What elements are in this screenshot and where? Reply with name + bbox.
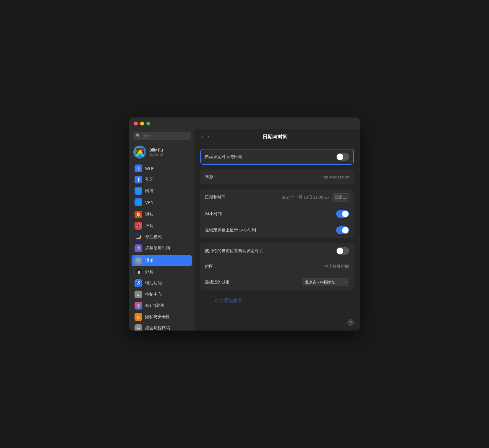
- nearest-city-dropdown-wrapper: 北京市 - 中国大陆 上海市 - 中国大陆 广州市 - 中国大陆 ▾: [302, 278, 349, 286]
- sidebar-item-label: VPN: [145, 200, 153, 204]
- settings-row-24h-lock: 在锁定屏幕上显示 24小时制: [200, 222, 354, 238]
- siri-icon: 🎙: [135, 302, 142, 310]
- user-info: Billy Fu Apple ID: [149, 148, 163, 157]
- sidebar-section-alerts: 🔔 通知 🔊 声音 🌙 专注模式 ⏱ 屏幕使用时间: [129, 209, 194, 254]
- sidebar-item-label: 蓝牙: [145, 177, 153, 182]
- auto-set-toggle[interactable]: [336, 153, 349, 161]
- accessibility-icon: ♿: [135, 279, 142, 287]
- auto-timezone-label: 使用你的当前位置自动设定时区: [205, 248, 263, 254]
- maximize-button[interactable]: [146, 122, 150, 125]
- panel-header: ‹ › 日期与时间: [194, 129, 360, 144]
- user-name: Billy Fu: [149, 148, 163, 152]
- settings-group-timezone: 使用你的当前位置自动设定时区 时区 中国标准时间 最接近的城市 北京市: [200, 243, 354, 290]
- sidebar-item-screen-time[interactable]: ⏱ 屏幕使用时间: [132, 243, 192, 254]
- timezone-value: 中国标准时间: [324, 264, 349, 269]
- timezone-label: 时区: [205, 264, 213, 269]
- 24h-lock-toggle[interactable]: [336, 226, 349, 234]
- settings-row-nearest-city: 最接近的城市 北京市 - 中国大陆 上海市 - 中国大陆 广州市 - 中国大陆 …: [200, 274, 354, 290]
- sidebar-item-privacy[interactable]: ✋ 隐私与安全性: [132, 311, 192, 323]
- source-value: ntp.sysgeek.cn: [323, 175, 349, 179]
- screen-time-icon: ⏱: [135, 244, 142, 252]
- vpn-icon: 🌐: [135, 198, 142, 206]
- sidebar-section-network: Wi-Fi 蓝牙 🌐 网络: [129, 163, 194, 208]
- sidebar-item-label: 专注模式: [145, 234, 162, 240]
- sidebar-item-bluetooth[interactable]: 蓝牙: [132, 174, 192, 185]
- sidebar-item-label: 声音: [145, 223, 153, 228]
- search-input[interactable]: [142, 133, 188, 138]
- settings-row-source: 来源 ntp.sysgeek.cn: [200, 170, 354, 184]
- help-button[interactable]: ?: [347, 319, 354, 326]
- 24h-label: 24小时制: [205, 211, 222, 217]
- sidebar-item-label: Siri 与聚焦: [145, 303, 164, 308]
- close-button[interactable]: [134, 122, 138, 125]
- sidebar-item-control-center[interactable]: ≡ 控制中心: [132, 289, 192, 300]
- minimize-button[interactable]: [140, 122, 144, 125]
- sidebar-item-label: 通用: [145, 258, 153, 263]
- sidebar-item-label: 通知: [145, 212, 153, 217]
- avatar-emoji: 🧑‍💻: [135, 148, 145, 157]
- privacy-icon: ✋: [135, 313, 142, 321]
- user-profile[interactable]: 🧑‍💻 Billy Fu Apple ID: [129, 143, 194, 163]
- control-center-icon: ≡: [135, 291, 142, 298]
- auto-timezone-toggle[interactable]: [336, 247, 349, 255]
- toggle-thumb: [337, 248, 343, 254]
- wifi-icon: [135, 165, 142, 172]
- sidebar-item-label: Wi-Fi: [145, 166, 154, 171]
- settings-group-source: 来源 ntp.sysgeek.cn: [200, 170, 354, 184]
- sidebar-item-focus[interactable]: 🌙 专注模式: [132, 231, 192, 243]
- set-datetime-button[interactable]: 设定...: [332, 193, 349, 202]
- settings-group-auto-time: 自动设定时间与日期: [200, 149, 354, 165]
- datetime-label: 日期和时间: [205, 195, 226, 200]
- user-subtitle: Apple ID: [149, 152, 163, 157]
- panel-title: 日期与时间: [213, 133, 337, 140]
- settings-row-24h: 24小时制: [200, 206, 354, 222]
- bluetooth-icon: [135, 176, 142, 183]
- nearest-city-label: 最接近的城市: [205, 280, 230, 285]
- settings-row-timezone: 时区 中国标准时间: [200, 259, 354, 274]
- sidebar-item-vpn[interactable]: 🌐 VPN: [132, 196, 192, 208]
- network-icon: 🌐: [135, 187, 142, 195]
- auto-set-label: 自动设定时间与日期: [205, 154, 242, 159]
- system-preferences-window: 🔍 🧑‍💻 Billy Fu Apple ID: [129, 117, 360, 331]
- appearance-icon: ◑: [135, 268, 142, 276]
- sidebar-item-accessibility[interactable]: ♿ 辅助功能: [132, 278, 192, 289]
- sidebar-item-notification[interactable]: 🔔 通知: [132, 209, 192, 220]
- avatar: 🧑‍💻: [133, 146, 146, 159]
- panel-footer: ?: [194, 315, 360, 331]
- general-icon: ⚙️: [135, 257, 142, 265]
- settings-group-datetime: 日期和时间 2024年 7月 13日 21:08:25 设定... 24小时制: [200, 189, 354, 238]
- toggle-thumb: [337, 154, 343, 160]
- nearest-city-select[interactable]: 北京市 - 中国大陆 上海市 - 中国大陆 广州市 - 中国大陆: [302, 278, 349, 286]
- toggle-thumb: [342, 211, 349, 217]
- sidebar-item-sound[interactable]: 🔊 声音: [132, 220, 192, 231]
- desktop-icon: 🖥: [135, 324, 142, 331]
- main-content: 🔍 🧑‍💻 Billy Fu Apple ID: [129, 129, 360, 331]
- sidebar-item-label: 控制中心: [145, 292, 162, 297]
- focus-icon: 🌙: [135, 233, 142, 241]
- forward-button[interactable]: ›: [207, 133, 211, 141]
- settings-row-datetime: 日期和时间 2024年 7月 13日 21:08:25 设定...: [200, 189, 354, 206]
- sidebar-item-wifi[interactable]: Wi-Fi: [132, 163, 192, 174]
- search-bar[interactable]: 🔍: [133, 132, 191, 140]
- datetime-right: 2024年 7月 13日 21:08:25 设定...: [282, 193, 349, 202]
- sidebar-item-label: 桌面与程序坞: [145, 325, 170, 331]
- toggle-thumb: [342, 227, 349, 233]
- sidebar: 🔍 🧑‍💻 Billy Fu Apple ID: [129, 129, 194, 331]
- sidebar-item-siri[interactable]: 🎙 Siri 与聚焦: [132, 300, 192, 311]
- sidebar-item-network[interactable]: 🌐 网络: [132, 185, 192, 196]
- settings-row-auto-set: 自动设定时间与日期: [200, 149, 354, 165]
- settings-row-auto-timezone: 使用你的当前位置自动设定时区: [200, 243, 354, 259]
- search-icon: 🔍: [136, 133, 140, 138]
- traffic-lights: [134, 122, 150, 125]
- main-panel: ‹ › 日期与时间 自动设定时间与日期: [194, 129, 360, 331]
- 24h-toggle[interactable]: [336, 210, 349, 218]
- sidebar-item-label: 外观: [145, 269, 153, 275]
- back-button[interactable]: ‹: [200, 133, 204, 141]
- sidebar-item-label: 屏幕使用时间: [145, 246, 170, 251]
- sidebar-item-appearance[interactable]: ◑ 外观: [132, 266, 192, 278]
- source-label: 来源: [205, 174, 213, 180]
- sidebar-item-general[interactable]: ⚙️ 通用: [132, 255, 192, 266]
- sidebar-item-desktop[interactable]: 🖥 桌面与程序坞: [132, 323, 192, 331]
- datetime-value: 2024年 7月 13日 21:08:25: [282, 195, 329, 200]
- sound-icon: 🔊: [135, 222, 142, 230]
